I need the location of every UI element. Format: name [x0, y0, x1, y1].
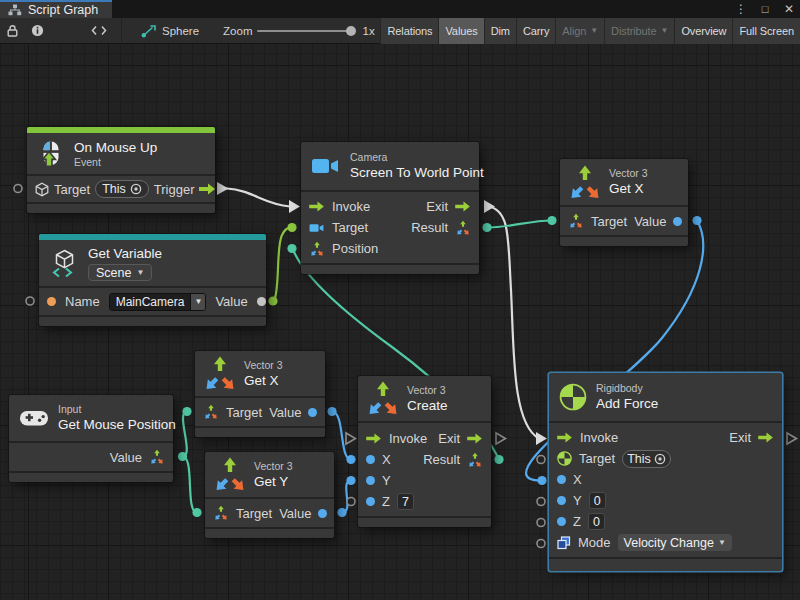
vector3-type-icon	[149, 449, 165, 465]
variable-name-dropdown[interactable]: MainCamera ▼	[109, 293, 207, 311]
port-create-y-in[interactable]	[346, 476, 355, 485]
vector3-type-icon	[203, 404, 219, 420]
vector3-icon	[215, 456, 245, 493]
port-label-exit: Exit	[729, 430, 751, 445]
port-addforce-mode-in[interactable]	[537, 540, 545, 548]
chevron-down-icon: ▼	[590, 26, 598, 35]
tab-script-graph[interactable]: Script Graph	[0, 0, 112, 18]
unity-visual-scripting-window: Script Graph ⋮ □ ✕	[0, 0, 800, 600]
port-addforce-x-in[interactable]	[537, 476, 546, 485]
target-this-chip[interactable]: This	[95, 180, 149, 198]
zoom-slider[interactable]	[257, 30, 354, 32]
node-type: Input	[58, 403, 176, 416]
toolbar-button-carry[interactable]: Carry	[516, 18, 555, 44]
node-create-vector3[interactable]: Vector 3 Create Invoke Exit X Result	[358, 376, 491, 527]
port-gety-target-in[interactable]	[192, 508, 201, 517]
port-label-exit: Exit	[438, 431, 460, 446]
node-title: Create	[407, 397, 448, 414]
port-camera-position-in[interactable]	[287, 244, 296, 253]
port-getvariable-value-out[interactable]	[268, 296, 277, 305]
node-get-x-world[interactable]: Vector 3 Get X Target Value	[560, 159, 688, 246]
node-screen-to-world-point[interactable]: Camera Screen To World Point Invoke Exit	[301, 142, 479, 274]
port-addforce-invoke-in[interactable]	[536, 432, 547, 445]
graph-target-label: Sphere	[162, 25, 199, 37]
variable-kind-dropdown[interactable]: Scene ▼	[88, 264, 152, 281]
port-label-target: Target	[579, 451, 615, 466]
port-label-y: Y	[573, 493, 582, 508]
toolbar-button-relations[interactable]: Relations	[380, 18, 438, 44]
port-camera-exit-out[interactable]	[484, 200, 495, 213]
flow-arrow-icon	[309, 201, 325, 212]
edit-graph-button[interactable]	[84, 18, 114, 44]
toolbar-button-fullscreen[interactable]: Full Screen	[732, 18, 800, 44]
node-on-mouse-up[interactable]: On Mouse Up Event Target This	[27, 127, 215, 213]
camera-type-icon	[309, 222, 325, 234]
graph-target-button[interactable]: Sphere	[141, 18, 199, 44]
node-get-y[interactable]: Vector 3 Get Y Target Value	[205, 452, 334, 538]
port-getxworld-value-out[interactable]	[692, 216, 701, 225]
port-getxworld-target-in[interactable]	[547, 216, 556, 225]
port-onmouseup-target-in[interactable]	[14, 185, 22, 193]
port-getx-value-out[interactable]	[327, 407, 336, 416]
maximize-icon[interactable]: □	[757, 1, 773, 17]
toolbar-button-distribute[interactable]: Distribute ▼	[604, 18, 674, 44]
port-gety-value-out[interactable]	[337, 508, 346, 517]
port-camera-invoke-in[interactable]	[289, 200, 300, 213]
port-create-result-out[interactable]	[494, 455, 503, 464]
node-type: Vector 3	[254, 460, 293, 473]
chevron-down-icon: ▼	[718, 538, 726, 547]
float-port-dot	[366, 455, 375, 464]
toolbar-button-dim[interactable]: Dim	[484, 18, 516, 44]
z-value-input[interactable]: 0	[588, 513, 605, 530]
port-label-target: Target	[236, 506, 272, 521]
port-label-position: Position	[332, 241, 378, 256]
code-icon	[91, 25, 107, 36]
port-addforce-z-in[interactable]	[537, 519, 545, 527]
float-port-dot	[366, 476, 375, 485]
variable-kind-value: Scene	[96, 266, 131, 280]
toolbar-button-label: Dim	[491, 25, 510, 37]
z-value-input[interactable]: 7	[397, 493, 414, 510]
port-camera-result-out[interactable]	[482, 223, 491, 232]
zoom-slider-knob[interactable]	[346, 26, 356, 36]
port-label-invoke: Invoke	[332, 199, 370, 214]
float-port-dot	[557, 496, 566, 505]
chevron-down-icon: ▼	[136, 268, 144, 277]
port-create-invoke-in[interactable]	[346, 433, 356, 444]
float-port-dot	[673, 217, 682, 226]
close-icon[interactable]: ✕	[781, 1, 797, 17]
port-label-target: Target	[226, 405, 262, 420]
toolbar-button-align[interactable]: Align ▼	[555, 18, 604, 44]
y-value-input[interactable]: 0	[589, 492, 606, 509]
port-create-x-in[interactable]	[346, 455, 355, 464]
port-addforce-exit-out[interactable]	[787, 433, 797, 444]
toolbar-button-overview[interactable]: Overview	[674, 18, 732, 44]
port-onmouseup-trigger-out[interactable]	[217, 182, 229, 195]
port-getx-target-in[interactable]	[182, 407, 191, 416]
port-camera-target-in[interactable]	[287, 223, 296, 232]
toolbar-button-label: Distribute	[611, 25, 656, 37]
node-footer	[560, 237, 688, 246]
kebab-menu-icon[interactable]: ⋮	[733, 1, 749, 17]
node-get-variable[interactable]: Get Variable Scene ▼ Name MainCamera ▼ V…	[39, 234, 266, 326]
toolbar-button-values[interactable]: Values	[438, 18, 483, 44]
info-button[interactable]	[24, 18, 51, 44]
toolbar-button-label: Align	[562, 25, 586, 37]
port-getvariable-name-in[interactable]	[26, 297, 34, 305]
node-get-x[interactable]: Vector 3 Get X Target Value	[195, 351, 325, 437]
port-label-z: Z	[573, 514, 581, 529]
port-label-y: Y	[382, 473, 391, 488]
port-addforce-target-in[interactable]	[537, 456, 545, 464]
node-type: Camera	[350, 151, 484, 164]
target-this-chip[interactable]: This	[622, 450, 671, 468]
lock-button[interactable]	[0, 18, 24, 44]
node-get-mouse-position[interactable]: Input Get Mouse Position Value	[9, 395, 173, 482]
port-create-exit-out[interactable]	[496, 433, 506, 444]
port-create-z-in[interactable]	[347, 498, 355, 506]
port-input-value-out[interactable]	[178, 452, 187, 461]
port-addforce-y-in[interactable]	[537, 498, 545, 506]
port-label-value: Value	[110, 450, 142, 465]
mode-dropdown[interactable]: Velocity Change ▼	[618, 534, 732, 551]
node-add-force[interactable]: Rigidbody Add Force Invoke Exit	[549, 373, 782, 571]
node-footer	[39, 317, 266, 326]
